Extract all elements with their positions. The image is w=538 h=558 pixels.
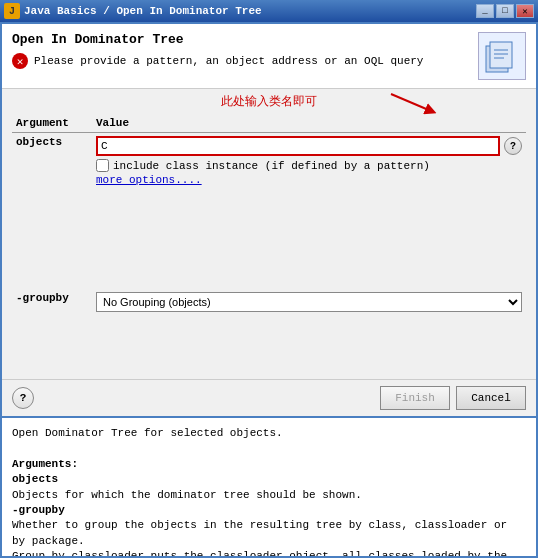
dialog-header: Open In Dominator Tree ✕ Please provide …	[2, 24, 536, 89]
input-row: ?	[96, 136, 522, 156]
form-area: Argument Value objects ?	[2, 110, 536, 379]
finish-button[interactable]: Finish	[380, 386, 450, 410]
description-intro: Open Dominator Tree for selected objects…	[12, 426, 526, 441]
dialog: Open In Dominator Tree ✕ Please provide …	[0, 22, 538, 558]
app-icon: J	[4, 3, 20, 19]
dialog-body: 此处输入类名即可 Argument Value	[2, 89, 536, 556]
window-title: Java Basics / Open In Dominator Tree	[24, 5, 262, 17]
title-bar: J Java Basics / Open In Dominator Tree _…	[0, 0, 538, 22]
include-instance-row: include class instance (if defined by a …	[96, 159, 522, 172]
objects-value-cell: ? include class instance (if defined by …	[92, 133, 526, 190]
objects-heading: objects	[12, 472, 526, 487]
help-button[interactable]: ?	[12, 387, 34, 409]
title-bar-left: J Java Basics / Open In Dominator Tree	[4, 3, 262, 19]
close-button[interactable]: ✕	[516, 4, 534, 18]
col-header-value: Value	[92, 114, 526, 133]
window-controls: _ □ ✕	[476, 4, 534, 18]
groupby-select[interactable]: No Grouping (objects) By Class By Classl…	[96, 292, 522, 312]
col-header-argument: Argument	[12, 114, 92, 133]
form-table: Argument Value objects ?	[12, 114, 526, 315]
objects-input[interactable]	[96, 136, 500, 156]
description-area: Open Dominator Tree for selected objects…	[2, 416, 536, 556]
groupby-value-cell: No Grouping (objects) By Class By Classl…	[92, 289, 526, 315]
dialog-message: ✕ Please provide a pattern, an object ad…	[12, 53, 423, 69]
include-instance-label: include class instance (if defined by a …	[113, 160, 430, 172]
dialog-title: Open In Dominator Tree	[12, 32, 423, 47]
objects-help-button[interactable]: ?	[504, 137, 522, 155]
objects-label: objects	[12, 133, 92, 190]
cancel-button[interactable]: Cancel	[456, 386, 526, 410]
more-options-link[interactable]: more options....	[96, 174, 522, 186]
minimize-button[interactable]: _	[476, 4, 494, 18]
include-instance-checkbox[interactable]	[96, 159, 109, 172]
dialog-buttons: Finish Cancel	[380, 386, 526, 410]
groupby-description: Whether to group the objects in the resu…	[12, 518, 526, 556]
annotation-text: 此处输入类名即可	[221, 93, 317, 110]
groupby-heading: -groupby	[12, 503, 526, 518]
groupby-select-row: No Grouping (objects) By Class By Classl…	[96, 292, 522, 312]
annotation-arrow	[381, 89, 441, 119]
header-graphic	[478, 32, 526, 80]
groupby-label: -groupby	[12, 289, 92, 315]
svg-rect-1	[490, 42, 512, 68]
arguments-heading: Arguments:	[12, 457, 526, 472]
button-bar: ? Finish Cancel	[2, 379, 536, 416]
objects-description: Objects for which the dominator tree sho…	[12, 488, 526, 503]
maximize-button[interactable]: □	[496, 4, 514, 18]
error-icon: ✕	[12, 53, 28, 69]
annotation-area: 此处输入类名即可	[2, 89, 536, 110]
groupby-row: -groupby No Grouping (objects) By Class …	[12, 289, 526, 315]
spacer-row	[12, 189, 526, 289]
objects-row: objects ? include class instance (if def…	[12, 133, 526, 190]
